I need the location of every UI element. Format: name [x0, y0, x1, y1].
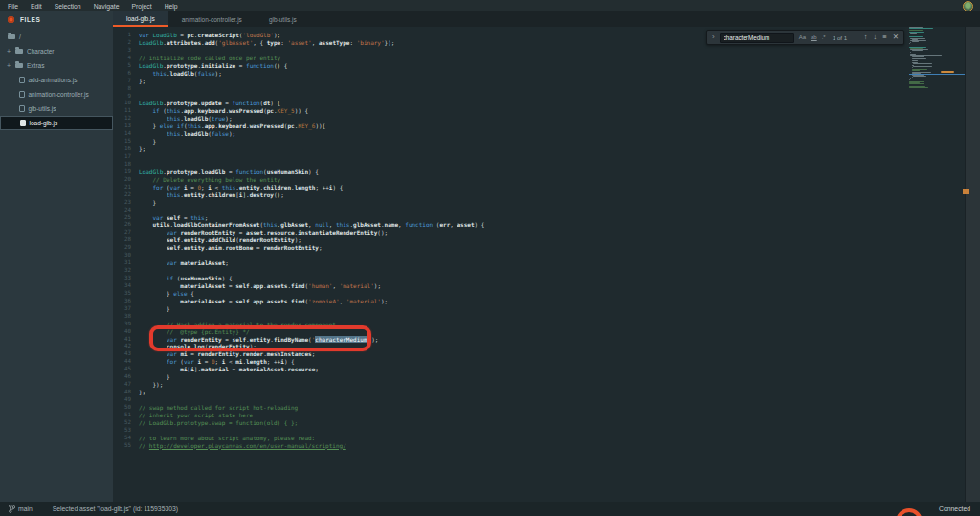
line-number: 30 [113, 252, 131, 259]
code-token: pc [267, 107, 274, 114]
code-line-34: materialAsset = self.app.assets.find('hu… [139, 282, 907, 290]
code-token: )){ [315, 123, 325, 129]
code-line-48: }; [139, 389, 907, 396]
tree-item-animation-controller-js[interactable]: animation-controller.js [0, 87, 113, 101]
code-line-36: materialAsset = self.app.assets.find('zo… [139, 298, 907, 305]
user-avatar[interactable] [963, 1, 973, 11]
code-token [139, 328, 167, 335]
editor-scrollbar[interactable] [965, 27, 980, 502]
menu-edit[interactable]: Edit [31, 3, 42, 10]
code-token [139, 282, 180, 289]
minimap[interactable] [909, 27, 963, 502]
code-token: materialAsset [239, 366, 284, 372]
code-token: ) { [332, 184, 343, 191]
code-token: } [139, 138, 156, 145]
code-token: var [139, 32, 152, 38]
code-line-50: // swap method called for script hot-rel… [139, 404, 907, 412]
minimap-line [909, 28, 933, 29]
code-token: , [312, 39, 319, 46]
code-editor[interactable]: 1234567891011121314151617181920212223242… [113, 27, 980, 502]
tree-item-glb-utils-js[interactable]: glb-utils.js [0, 101, 113, 116]
find-input[interactable] [720, 33, 794, 43]
code-token: ); [215, 70, 222, 77]
code-token: ) { [308, 168, 319, 175]
code-token [139, 366, 180, 372]
tree-item-add-animations-js[interactable]: add-animations.js [0, 73, 113, 87]
tree-item-character[interactable]: +Character [0, 44, 113, 58]
code-token: ); [371, 336, 378, 343]
code-token: app [253, 298, 263, 304]
code-token: }; [139, 146, 145, 152]
code-token: = [222, 100, 233, 106]
code-line-4: // initialize code called once per entit… [139, 55, 907, 62]
expand-icon[interactable]: + [6, 62, 11, 69]
code-token: } [139, 290, 173, 297]
code-token: err [439, 221, 450, 228]
folder-icon [8, 34, 15, 40]
code-token: , [332, 282, 339, 289]
code-token: loadGlb [170, 70, 194, 77]
branch-indicator[interactable]: main [0, 502, 41, 516]
code-content[interactable]: var LoadGlb = pc.createScript('loadGlb')… [139, 32, 907, 450]
tab-animation-controller-js[interactable]: animation-controller.js [168, 11, 256, 27]
code-token: ; [215, 358, 222, 365]
code-token: self [235, 298, 249, 304]
line-number: 47 [113, 381, 131, 389]
code-token: } [139, 199, 156, 206]
code-token: var [167, 336, 177, 343]
line-number-gutter: 1234567891011121314151617181920212223242… [113, 32, 131, 450]
minimap-line [909, 43, 910, 44]
line-number: 31 [113, 259, 131, 267]
code-token: this [167, 107, 180, 114]
tree-item-extras[interactable]: +Extras [0, 58, 113, 73]
code-token: asset [246, 229, 263, 236]
tab-glb-utils-js[interactable]: glb-utils.js [256, 11, 310, 27]
line-number: 52 [113, 419, 131, 427]
regex-icon[interactable]: .* [822, 34, 826, 40]
code-line-28: self.entity.addChild(renderRootEntity); [139, 236, 907, 244]
match-case-icon[interactable]: Aa [799, 34, 806, 40]
menu-file[interactable]: File [8, 3, 18, 10]
find-next-icon[interactable]: ↓ [874, 34, 878, 41]
minimap-line [912, 60, 918, 61]
folder-icon [15, 63, 23, 69]
code-token: prototype [167, 62, 198, 69]
whole-word-icon[interactable]: ab [811, 34, 817, 40]
menu-project[interactable]: Project [131, 3, 151, 10]
code-token [139, 350, 167, 357]
tree-item-label: Character [27, 48, 55, 55]
code-line-54: // to learn more about script anatomy, p… [139, 435, 907, 442]
line-number: 50 [113, 404, 131, 412]
minimap-line [912, 50, 924, 51]
tree-item-[interactable]: / [0, 30, 113, 44]
find-widget: › Aa ab .* 1 of 1 ↑ ↓ ≡ ✕ [706, 30, 904, 45]
expand-icon[interactable]: + [6, 48, 11, 55]
find-close-icon[interactable]: ✕ [893, 34, 899, 41]
line-number: 9 [113, 93, 131, 101]
find-in-selection-icon[interactable]: ≡ [882, 34, 886, 41]
minimap-line [913, 63, 932, 64]
line-number: 24 [113, 207, 131, 214]
menu-selection[interactable]: Selection [55, 3, 81, 10]
minimap-line [910, 78, 911, 79]
code-token: addChild [208, 236, 235, 243]
code-line-15: } [139, 138, 907, 146]
code-line-42: console.log(renderEntity); [139, 343, 907, 350]
tree-item-label: add-animations.js [29, 77, 78, 83]
code-token: ]. [242, 191, 249, 198]
find-previous-icon[interactable]: ↑ [864, 34, 868, 41]
git-branch-icon [9, 505, 15, 513]
code-line-19: LoadGlb.prototype.loadGlb = function(use… [139, 168, 907, 176]
code-token: }; [139, 78, 145, 84]
line-number: 46 [113, 373, 131, 381]
code-line-26: utils.loadGlbContainerFromAsset(this.glb… [139, 221, 907, 229]
menu-navigate[interactable]: Navigate [94, 3, 120, 10]
tab-load-glb-js[interactable]: load-glb.js [113, 11, 168, 27]
code-token: log [194, 343, 205, 349]
menu-help[interactable]: Help [165, 3, 178, 10]
find-expand-replace-icon[interactable]: › [712, 34, 715, 41]
code-token [139, 229, 167, 236]
line-number: 38 [113, 313, 131, 321]
code-token: ); [295, 236, 301, 243]
tree-item-load-glb-js[interactable]: load-glb.js [0, 116, 113, 130]
